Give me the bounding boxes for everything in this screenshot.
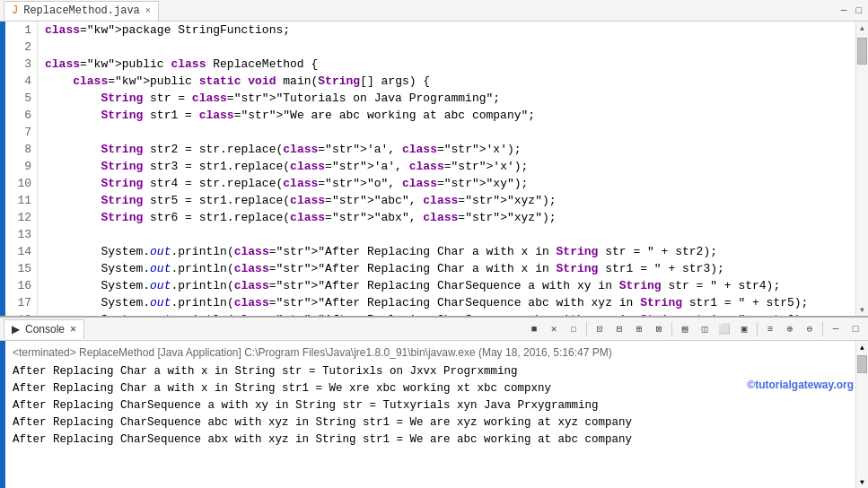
editor-scrollbar[interactable]: ▲ ▼ [855,22,868,316]
console-word-wrap-btn[interactable]: ⊠ [650,320,668,338]
editor-tab-label: ReplaceMethod.java [23,4,140,17]
code-line: class="kw">public static void main(Strin… [45,73,848,90]
code-line [45,39,848,56]
console-output-line: After Replacing Char a with x in String … [13,380,863,397]
code-content[interactable]: class="kw">package StringFunctions; clas… [38,22,855,316]
code-line: String str1 = class="str">"We are abc wo… [45,107,848,124]
editor-window-controls: ─ □ [838,5,864,16]
console-output-line: After Replacing CharSequence abc with xy… [13,414,863,431]
minimize-button[interactable]: ─ [838,5,850,16]
console-status-line: <terminated> ReplaceMethod [Java Applica… [13,343,863,363]
code-line: String str5 = str1.replace(class="str">"… [45,192,848,209]
console-scroll-thumb[interactable] [857,355,867,373]
line-number: 5 [9,90,31,107]
line-number: 12 [9,209,31,226]
code-line: class="kw">package StringFunctions; [45,22,848,39]
code-line [45,124,848,141]
console-btn8[interactable]: ▤ [676,320,694,338]
line-number: 18 [9,311,31,316]
console-remove-btn[interactable]: ✕ [545,320,563,338]
code-line: System.out.println(class="str">"After Re… [45,294,848,311]
console-scroll-up[interactable]: ▲ [856,341,868,353]
console-tab-bar: ▶ Console × ■ ✕ ☐ ⊡ ⊟ ⊞ ⊠ ▤ ◫ ⬜ ▣ ≡ ⊕ ⊖ … [0,318,868,341]
console-clear-btn[interactable]: ☐ [565,320,583,338]
console-copy-btn[interactable]: ⊡ [591,320,609,338]
console-output-area[interactable]: <terminated> ReplaceMethod [Java Applica… [0,341,868,488]
console-scroll-down[interactable]: ▼ [856,475,868,488]
code-line: String str6 = str1.replace(class="str">"… [45,209,848,226]
code-line [45,226,848,243]
code-line: System.out.println(class="str">"After Re… [45,243,848,260]
code-line: String str = class="str">"Tutorials on J… [45,90,848,107]
code-line: String str3 = str1.replace(class="str">'… [45,158,848,175]
scrollbar-track[interactable] [856,34,868,303]
line-number: 16 [9,277,31,294]
line-number: 8 [9,141,31,158]
code-line: System.out.println(class="str">"After Re… [45,260,848,277]
console-btn12[interactable]: ≡ [761,320,779,338]
editor-tab[interactable]: J ReplaceMethod.java × [4,1,159,21]
line-number: 17 [9,294,31,311]
line-number: 15 [9,260,31,277]
line-number: 14 [9,243,31,260]
console-tab-close[interactable]: × [70,323,76,336]
console-btn9[interactable]: ◫ [696,320,714,338]
scroll-down-arrow[interactable]: ▼ [856,303,869,316]
code-line: class="kw">public class ReplaceMethod { [45,56,848,73]
console-scroll-lock-btn[interactable]: ⊞ [630,320,648,338]
console-output-line: After Replacing CharSequence a with xy i… [13,397,863,414]
line-number: 4 [9,73,31,90]
code-line: System.out.println(class="str">"After Re… [45,277,848,294]
line-number: 11 [9,192,31,209]
line-number: 9 [9,158,31,175]
console-scrollbar[interactable]: ▲ ▼ [855,341,868,488]
code-line: String str4 = str.replace(class="str">"o… [45,175,848,192]
console-icon: ▶ [12,323,20,336]
console-toolbar: ■ ✕ ☐ ⊡ ⊟ ⊞ ⊠ ▤ ◫ ⬜ ▣ ≡ ⊕ ⊖ ─ □ [525,320,864,338]
line-number: 2 [9,39,31,56]
console-btn14[interactable]: ⊖ [801,320,819,338]
console-btn10[interactable]: ⬜ [715,320,733,338]
line-number: 1 [9,22,31,39]
maximize-button[interactable]: □ [853,5,864,16]
console-panel: ▶ Console × ■ ✕ ☐ ⊡ ⊟ ⊞ ⊠ ▤ ◫ ⬜ ▣ ≡ ⊕ ⊖ … [0,318,868,488]
line-number: 13 [9,226,31,243]
java-file-icon: J [12,4,18,17]
console-paste-btn[interactable]: ⊟ [610,320,628,338]
console-tab[interactable]: ▶ Console × [4,319,84,339]
console-tab-label: Console [25,323,65,336]
console-btn11[interactable]: ▣ [735,320,753,338]
line-number: 7 [9,124,31,141]
console-min-btn[interactable]: ─ [827,320,845,338]
line-number: 3 [9,56,31,73]
watermark: ©tutorialgateway.org [747,377,854,394]
editor-tab-bar: J ReplaceMethod.java × ─ □ [0,0,868,22]
editor-tab-close[interactable]: × [145,6,151,16]
scroll-up-arrow[interactable]: ▲ [856,22,869,34]
editor-panel: J ReplaceMethod.java × ─ □ 1234567891011… [0,0,868,318]
code-line: String str2 = str.replace(class="str">'a… [45,141,848,158]
line-numbers: 1234567891011121314151617181920 [5,22,38,316]
console-terminate-btn[interactable]: ■ [525,320,543,338]
scrollbar-thumb[interactable] [857,38,867,65]
console-output-line: After Replacing Char a with x in String … [13,363,863,380]
line-number: 10 [9,175,31,192]
console-output-line: After Replacing CharSequence abx with xy… [13,431,863,449]
console-scroll-track[interactable] [856,353,868,475]
console-max-btn[interactable]: □ [846,320,864,338]
line-number: 6 [9,107,31,124]
console-btn13[interactable]: ⊕ [781,320,799,338]
console-blue-bar [0,341,5,488]
code-area: 1234567891011121314151617181920 class="k… [0,22,868,316]
code-line: System.out.println(class="str">"After Re… [45,311,848,316]
